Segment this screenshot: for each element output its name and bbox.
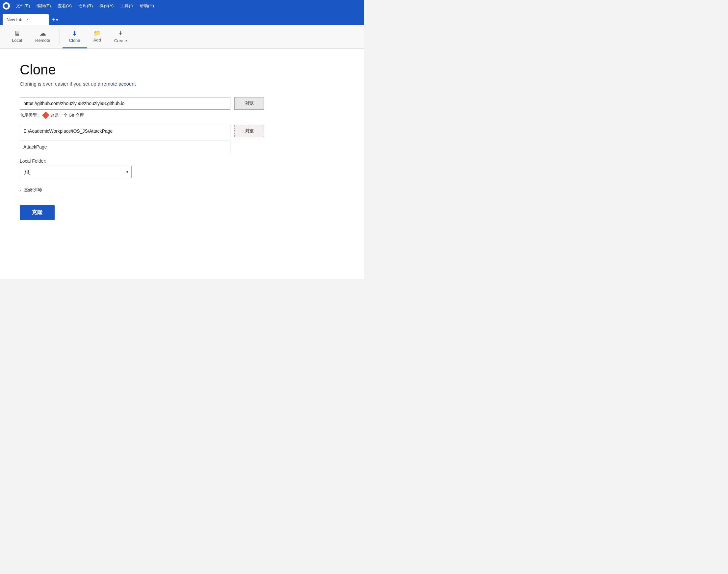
browse-button-1[interactable]: 浏览: [234, 97, 264, 110]
nav-label-local: Local: [12, 38, 22, 43]
remote-account-link[interactable]: remote account: [102, 81, 136, 87]
nav-item-create[interactable]: + Create: [107, 25, 134, 48]
title-bar: 文件(E) 编辑(E) 查看(V) 仓库(R) 操作(A) 工具(I) 帮助(H…: [0, 0, 364, 12]
name-input[interactable]: [20, 140, 230, 153]
tab-bar: New tab × + ▾: [0, 12, 364, 25]
new-tab-button[interactable]: + ▾: [51, 16, 58, 25]
menu-edit[interactable]: 编辑(E): [34, 2, 53, 10]
remote-icon: ☁: [40, 30, 46, 37]
local-folder-label: Local Folder:: [20, 158, 344, 164]
subtitle-text: Cloning is even easier if you set up a: [20, 81, 100, 87]
page-title: Clone: [20, 62, 344, 78]
name-row: [20, 140, 344, 153]
nav-bar: 🖥 Local ☁ Remote ⬇ Clone 📁 Add + Create: [0, 25, 364, 49]
local-folder-select[interactable]: [根]: [20, 166, 132, 178]
app-logo: [3, 2, 10, 9]
create-icon: +: [119, 30, 123, 37]
clone-button[interactable]: 克隆: [20, 205, 55, 220]
advanced-chevron-icon: ›: [20, 188, 21, 193]
repo-type-label: 仓库类型：: [20, 112, 41, 118]
menu-tools[interactable]: 工具(I): [118, 2, 135, 10]
nav-group-left: 🖥 Local ☁ Remote: [5, 25, 57, 48]
tab-label: New tab: [7, 17, 22, 22]
menu-repo[interactable]: 仓库(R): [76, 2, 95, 10]
url-row: 浏览: [20, 97, 344, 110]
url-input[interactable]: [20, 97, 230, 110]
nav-item-remote[interactable]: ☁ Remote: [29, 25, 57, 48]
nav-label-create: Create: [114, 38, 127, 43]
menu-view[interactable]: 查看(V): [55, 2, 75, 10]
tab-close-button[interactable]: ×: [26, 17, 28, 22]
add-icon: 📁: [93, 30, 101, 36]
nav-item-clone[interactable]: ⬇ Clone: [62, 25, 87, 48]
menu-actions[interactable]: 操作(A): [97, 2, 116, 10]
main-content: Clone Cloning is even easier if you set …: [0, 49, 364, 279]
nav-item-local[interactable]: 🖥 Local: [5, 25, 29, 48]
nav-group-right: ⬇ Clone 📁 Add + Create: [62, 25, 134, 48]
menu-bar: 文件(E) 编辑(E) 查看(V) 仓库(R) 操作(A) 工具(I) 帮助(H…: [13, 2, 157, 10]
repo-type-text: 这是一个 Git 仓库: [50, 112, 84, 118]
clone-icon: ⬇: [72, 30, 77, 37]
repo-type-row: 仓库类型： 这是一个 Git 仓库: [20, 112, 344, 118]
local-folder-section: Local Folder: [根] ▾: [20, 158, 344, 178]
advanced-options-row[interactable]: › 高级选项: [20, 188, 344, 193]
git-diamond-icon: [42, 112, 50, 119]
advanced-options-label: 高级选项: [24, 188, 42, 193]
path-row: 浏览: [20, 125, 344, 137]
local-icon: 🖥: [14, 30, 20, 37]
menu-file[interactable]: 文件(E): [13, 2, 33, 10]
nav-item-add[interactable]: 📁 Add: [87, 25, 107, 48]
local-folder-select-wrapper: [根] ▾: [20, 166, 132, 178]
browse-button-2[interactable]: 浏览: [234, 125, 264, 137]
nav-label-add: Add: [93, 38, 101, 42]
nav-separator: [59, 29, 60, 44]
menu-help[interactable]: 帮助(H): [137, 2, 157, 10]
path-input[interactable]: [20, 125, 230, 137]
nav-label-clone: Clone: [69, 38, 80, 43]
nav-label-remote: Remote: [35, 38, 50, 43]
tab-new-tab[interactable]: New tab ×: [3, 14, 49, 25]
subtitle: Cloning is even easier if you set up a r…: [20, 81, 344, 87]
